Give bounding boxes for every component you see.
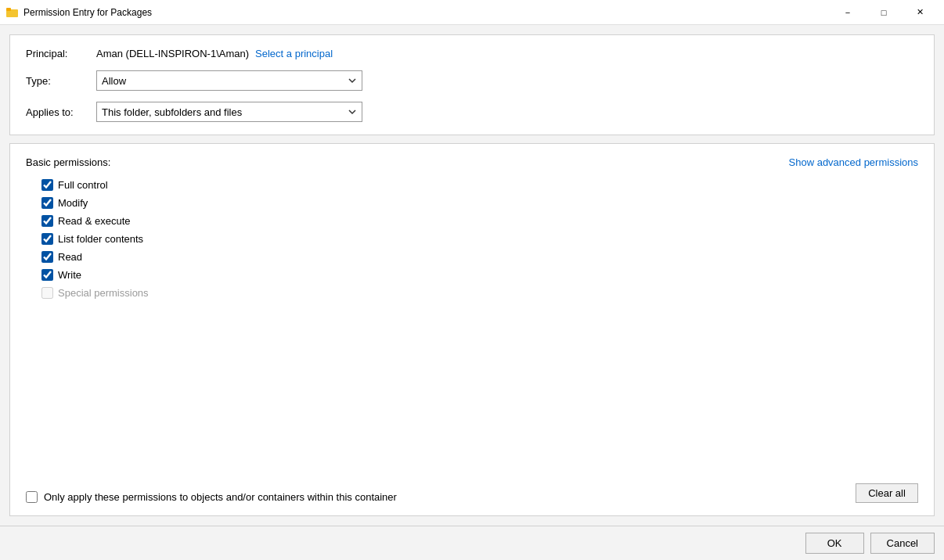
close-button[interactable]: ✕ xyxy=(902,0,938,25)
write-checkbox[interactable] xyxy=(41,269,53,281)
principal-value: Aman (DELL-INSPIRON-1\Aman) xyxy=(96,48,249,59)
checkbox-item-full-control: Full control xyxy=(41,179,918,191)
clear-all-button[interactable]: Clear all xyxy=(856,483,918,503)
read-label[interactable]: Read xyxy=(58,251,82,263)
checkbox-item-read-execute: Read & execute xyxy=(41,215,918,227)
modify-label[interactable]: Modify xyxy=(58,197,88,209)
only-apply-checkbox[interactable] xyxy=(26,491,38,503)
permissions-panel: Basic permissions: Show advanced permiss… xyxy=(9,143,935,516)
permissions-title: Basic permissions: xyxy=(26,156,110,168)
main-content: Principal: Aman (DELL-INSPIRON-1\Aman) S… xyxy=(0,25,944,526)
title-bar-controls: − □ ✕ xyxy=(830,0,938,25)
cancel-button[interactable]: Cancel xyxy=(870,533,935,554)
read-checkbox[interactable] xyxy=(41,251,53,263)
list-folder-checkbox[interactable] xyxy=(41,233,53,245)
title-bar-icon xyxy=(6,6,19,19)
full-control-checkbox[interactable] xyxy=(41,179,53,191)
read-execute-label[interactable]: Read & execute xyxy=(58,215,131,227)
special-label: Special permissions xyxy=(58,287,149,299)
modify-checkbox[interactable] xyxy=(41,197,53,209)
permissions-header: Basic permissions: Show advanced permiss… xyxy=(26,156,918,168)
bottom-bar: OK Cancel xyxy=(0,526,944,560)
special-checkbox xyxy=(41,287,53,299)
type-row: Type: Allow Deny xyxy=(26,70,918,91)
title-bar-title: Permission Entry for Packages xyxy=(23,7,830,18)
checkbox-item-write: Write xyxy=(41,269,918,281)
principal-label: Principal: xyxy=(26,48,96,59)
write-label[interactable]: Write xyxy=(58,269,81,281)
checkbox-item-list-folder: List folder contents xyxy=(41,233,918,245)
svg-rect-2 xyxy=(6,8,11,11)
full-control-label[interactable]: Full control xyxy=(58,179,108,191)
principal-row: Principal: Aman (DELL-INSPIRON-1\Aman) S… xyxy=(26,48,918,59)
minimize-button[interactable]: − xyxy=(830,0,866,25)
select-principal-link[interactable]: Select a principal xyxy=(255,48,333,59)
maximize-button[interactable]: □ xyxy=(866,0,902,25)
applies-to-row: Applies to: This folder, subfolders and … xyxy=(26,102,918,122)
type-select[interactable]: Allow Deny xyxy=(96,70,362,91)
type-label: Type: xyxy=(26,75,96,87)
checkbox-item-read: Read xyxy=(41,251,918,263)
top-panel: Principal: Aman (DELL-INSPIRON-1\Aman) S… xyxy=(9,34,935,135)
title-bar: Permission Entry for Packages − □ ✕ xyxy=(0,0,944,25)
show-advanced-link[interactable]: Show advanced permissions xyxy=(789,156,918,168)
checkbox-item-modify: Modify xyxy=(41,197,918,209)
only-apply-row: Only apply these permissions to objects … xyxy=(26,483,918,503)
read-execute-checkbox[interactable] xyxy=(41,215,53,227)
list-folder-label[interactable]: List folder contents xyxy=(58,233,143,245)
applies-to-label: Applies to: xyxy=(26,106,96,118)
ok-button[interactable]: OK xyxy=(805,533,864,554)
applies-to-select[interactable]: This folder, subfolders and files This f… xyxy=(96,102,362,122)
only-apply-label[interactable]: Only apply these permissions to objects … xyxy=(44,491,397,503)
permissions-checkbox-list: Full control Modify Read & execute List … xyxy=(41,179,918,299)
checkbox-item-special: Special permissions xyxy=(41,287,918,299)
